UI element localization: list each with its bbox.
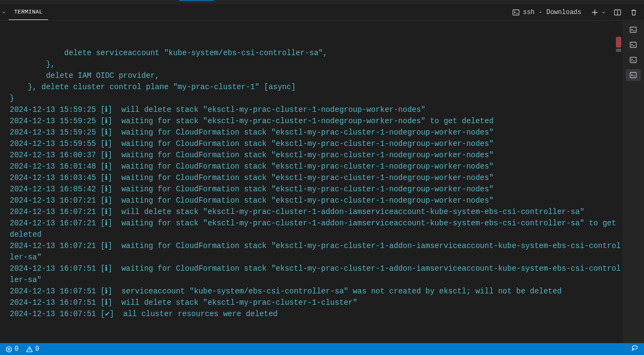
- terminal-profile-icon: [512, 9, 520, 16]
- status-warnings[interactable]: 0: [25, 345, 40, 353]
- panel-tab-bar: TERMINAL ssh - Downloads: [0, 4, 644, 21]
- terminal-profile-button[interactable]: ssh - Downloads: [509, 8, 585, 17]
- svg-rect-2: [630, 27, 636, 32]
- terminal-line: }, delete cluster control plane "my-prac…: [10, 82, 622, 93]
- side-terminal-1[interactable]: [626, 24, 641, 36]
- svg-rect-3: [630, 42, 636, 48]
- terminal-line: delete IAM OIDC provider,: [10, 70, 622, 82]
- side-terminal-4-active[interactable]: [626, 69, 641, 81]
- terminal-line: 2024-12-13 16:00:37 [ℹ] waiting for Clou…: [10, 150, 622, 161]
- terminal-line: 2024-12-13 16:05:42 [ℹ] waiting for Clou…: [10, 184, 622, 195]
- terminal-line: 2024-12-13 16:07:21 [ℹ] will delete stac…: [10, 206, 622, 218]
- status-warning-count: 0: [35, 345, 39, 353]
- terminal-line: 2024-12-13 15:59:25 [ℹ] waiting for stac…: [10, 116, 622, 127]
- kill-terminal-button[interactable]: [628, 6, 640, 18]
- terminal-line: delete serviceaccount "kube-system/ebs-c…: [10, 48, 622, 59]
- terminal-line: }: [10, 93, 622, 104]
- terminal-line: },: [10, 59, 622, 70]
- status-bar: 0 0: [0, 343, 644, 355]
- terminal-line: 2024-12-13 16:07:21 [ℹ] waiting for Clou…: [10, 240, 622, 263]
- terminal-line: 2024-12-13 16:07:21 [ℹ] waiting for Clou…: [10, 195, 622, 206]
- side-terminal-3[interactable]: [626, 54, 641, 66]
- new-terminal-button[interactable]: [589, 6, 601, 18]
- svg-rect-5: [630, 72, 636, 78]
- split-terminal-button[interactable]: [612, 6, 623, 18]
- minimap-error-marker: [616, 37, 621, 48]
- side-terminal-2[interactable]: [626, 39, 641, 51]
- editor-tab-stripe: [0, 0, 644, 4]
- svg-rect-0: [513, 10, 519, 15]
- feedback-icon: [631, 345, 639, 353]
- terminal-line: 2024-12-13 16:03:45 [ℹ] waiting for Clou…: [10, 172, 622, 184]
- status-feedback[interactable]: [630, 345, 640, 353]
- terminal-line: 2024-12-13 15:59:25 [ℹ] waiting for Clou…: [10, 127, 622, 138]
- new-terminal-dropdown[interactable]: [601, 6, 607, 18]
- error-icon: [5, 346, 12, 353]
- status-errors[interactable]: 0: [4, 345, 19, 353]
- terminal-line: 2024-12-13 15:59:25 [ℹ] will delete stac…: [10, 104, 622, 116]
- status-error-count: 0: [15, 345, 18, 353]
- terminal-output[interactable]: delete serviceaccount "kube-system/ebs-c…: [0, 21, 622, 343]
- terminal-line: 2024-12-13 16:07:21 [ℹ] waiting for stac…: [10, 218, 622, 240]
- terminal-line: 2024-12-13 15:59:55 [ℹ] waiting for Clou…: [10, 138, 622, 150]
- terminal-line: 2024-12-13 16:07:51 [ℹ] waiting for Clou…: [10, 263, 622, 286]
- tab-terminal-label: TERMINAL: [14, 9, 43, 15]
- terminal-line: 2024-12-13 16:01:48 [ℹ] waiting for Clou…: [10, 161, 622, 172]
- terminal-line: 2024-12-13 16:07:51 [ℹ] serviceaccount "…: [10, 286, 622, 297]
- warning-icon: [26, 346, 33, 353]
- terminal-line: 2024-12-13 16:07:51 [✔] all cluster reso…: [10, 309, 622, 320]
- tab-terminal[interactable]: TERMINAL: [9, 4, 48, 20]
- terminal-profile-label: ssh - Downloads: [523, 9, 581, 16]
- svg-rect-4: [630, 57, 636, 63]
- terminal-line: 2024-12-13 16:07:51 [ℹ] will delete stac…: [10, 297, 622, 309]
- terminal-side-list: [622, 21, 644, 343]
- scrollbar-thumb[interactable]: [616, 49, 621, 52]
- panel-chevron-icon[interactable]: [0, 10, 9, 15]
